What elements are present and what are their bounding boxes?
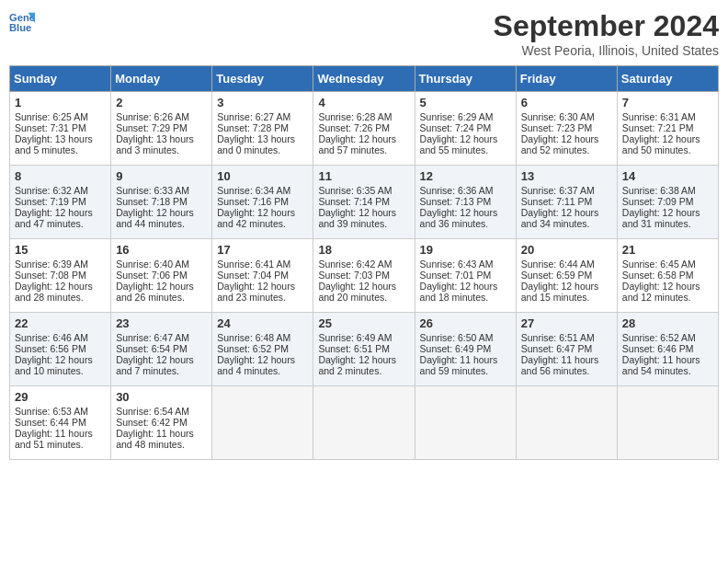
daylight: Daylight: 12 hours and 36 minutes. (420, 207, 498, 229)
sunrise: Sunrise: 6:47 AM (116, 332, 189, 343)
calendar-cell: 9Sunrise: 6:33 AMSunset: 7:18 PMDaylight… (111, 166, 212, 239)
sunset: Sunset: 6:59 PM (521, 270, 593, 281)
calendar-week-2: 8Sunrise: 6:32 AMSunset: 7:19 PMDaylight… (10, 166, 719, 239)
calendar-cell: 12Sunrise: 6:36 AMSunset: 7:13 PMDayligh… (415, 166, 516, 239)
sunset: Sunset: 7:29 PM (116, 122, 188, 133)
day-number: 21 (622, 243, 713, 257)
day-number: 14 (622, 169, 713, 183)
daylight: Daylight: 12 hours and 47 minutes. (15, 207, 93, 229)
sunset: Sunset: 6:46 PM (622, 343, 694, 354)
calendar-cell: 3Sunrise: 6:27 AMSunset: 7:28 PMDaylight… (212, 92, 313, 166)
day-number: 5 (420, 96, 511, 109)
calendar-week-1: 1Sunrise: 6:25 AMSunset: 7:31 PMDaylight… (10, 92, 719, 166)
day-number: 30 (116, 390, 207, 404)
daylight: Daylight: 11 hours and 59 minutes. (420, 354, 498, 376)
sunset: Sunset: 6:54 PM (116, 343, 188, 354)
daylight: Daylight: 12 hours and 15 minutes. (521, 281, 599, 303)
sunrise: Sunrise: 6:46 AM (15, 332, 88, 343)
calendar-cell: 10Sunrise: 6:34 AMSunset: 7:16 PMDayligh… (212, 166, 313, 239)
sunset: Sunset: 6:56 PM (15, 343, 86, 354)
day-number: 17 (217, 243, 308, 257)
sunrise: Sunrise: 6:25 AM (15, 111, 88, 122)
sunset: Sunset: 7:23 PM (521, 122, 593, 133)
sunset: Sunset: 6:47 PM (521, 343, 593, 354)
sunrise: Sunrise: 6:26 AM (116, 111, 189, 122)
day-number: 13 (521, 169, 612, 183)
daylight: Daylight: 11 hours and 51 minutes. (15, 428, 93, 450)
sunset: Sunset: 7:19 PM (15, 196, 86, 207)
daylight: Daylight: 11 hours and 56 minutes. (521, 354, 599, 376)
sunset: Sunset: 6:49 PM (420, 343, 492, 354)
sunset: Sunset: 7:09 PM (622, 196, 694, 207)
day-number: 19 (420, 243, 511, 257)
sunrise: Sunrise: 6:40 AM (116, 259, 189, 270)
calendar-cell: 16Sunrise: 6:40 AMSunset: 7:06 PMDayligh… (111, 239, 212, 313)
calendar-week-3: 15Sunrise: 6:39 AMSunset: 7:08 PMDayligh… (10, 239, 719, 313)
daylight: Daylight: 13 hours and 3 minutes. (116, 133, 194, 155)
daylight: Daylight: 12 hours and 44 minutes. (116, 207, 194, 229)
day-number: 15 (15, 243, 106, 257)
calendar-cell: 2Sunrise: 6:26 AMSunset: 7:29 PMDaylight… (111, 92, 212, 166)
calendar-cell: 24Sunrise: 6:48 AMSunset: 6:52 PMDayligh… (212, 313, 313, 386)
calendar-cell: 7Sunrise: 6:31 AMSunset: 7:21 PMDaylight… (617, 92, 718, 166)
sunrise: Sunrise: 6:32 AM (15, 185, 88, 196)
calendar-cell: 13Sunrise: 6:37 AMSunset: 7:11 PMDayligh… (516, 166, 617, 239)
sunrise: Sunrise: 6:34 AM (217, 185, 290, 196)
calendar-cell: 29Sunrise: 6:53 AMSunset: 6:44 PMDayligh… (10, 386, 111, 460)
sunset: Sunset: 7:01 PM (420, 270, 492, 281)
day-number: 16 (116, 243, 207, 257)
sunset: Sunset: 6:52 PM (217, 343, 289, 354)
calendar-cell: 26Sunrise: 6:50 AMSunset: 6:49 PMDayligh… (415, 313, 516, 386)
sunrise: Sunrise: 6:50 AM (420, 332, 494, 343)
sunrise: Sunrise: 6:52 AM (622, 332, 696, 343)
sunrise: Sunrise: 6:39 AM (15, 259, 88, 270)
daylight: Daylight: 12 hours and 20 minutes. (318, 281, 396, 303)
calendar-cell: 15Sunrise: 6:39 AMSunset: 7:08 PMDayligh… (10, 239, 111, 313)
daylight: Daylight: 12 hours and 23 minutes. (217, 281, 295, 303)
daylight: Daylight: 12 hours and 55 minutes. (420, 133, 498, 155)
calendar-cell: 6Sunrise: 6:30 AMSunset: 7:23 PMDaylight… (516, 92, 617, 166)
daylight: Daylight: 12 hours and 18 minutes. (420, 281, 498, 303)
daylight: Daylight: 12 hours and 10 minutes. (15, 354, 93, 376)
header-monday: Monday (111, 66, 212, 92)
sunrise: Sunrise: 6:43 AM (420, 259, 494, 270)
day-number: 3 (217, 96, 308, 109)
calendar-cell: 27Sunrise: 6:51 AMSunset: 6:47 PMDayligh… (516, 313, 617, 386)
day-number: 28 (622, 316, 713, 330)
day-number: 11 (318, 169, 409, 183)
sunset: Sunset: 7:28 PM (217, 122, 289, 133)
sunrise: Sunrise: 6:30 AM (521, 111, 595, 122)
day-number: 22 (15, 316, 106, 330)
day-number: 29 (15, 390, 106, 404)
day-number: 10 (217, 169, 308, 183)
header-thursday: Thursday (415, 66, 516, 92)
calendar-cell: 30Sunrise: 6:54 AMSunset: 6:42 PMDayligh… (111, 386, 212, 460)
sunset: Sunset: 7:03 PM (318, 270, 390, 281)
calendar-cell: 18Sunrise: 6:42 AMSunset: 7:03 PMDayligh… (313, 239, 415, 313)
daylight: Daylight: 11 hours and 54 minutes. (622, 354, 700, 376)
month-title: September 2024 (494, 9, 719, 43)
sunrise: Sunrise: 6:51 AM (521, 332, 595, 343)
calendar-cell: 20Sunrise: 6:44 AMSunset: 6:59 PMDayligh… (516, 239, 617, 313)
daylight: Daylight: 12 hours and 12 minutes. (622, 281, 700, 303)
daylight: Daylight: 13 hours and 0 minutes. (217, 133, 295, 155)
calendar-cell: 21Sunrise: 6:45 AMSunset: 6:58 PMDayligh… (617, 239, 718, 313)
calendar-cell: 4Sunrise: 6:28 AMSunset: 7:26 PMDaylight… (313, 92, 415, 166)
daylight: Daylight: 12 hours and 31 minutes. (622, 207, 700, 229)
sunrise: Sunrise: 6:31 AM (622, 111, 696, 122)
day-number: 6 (521, 96, 612, 109)
sunrise: Sunrise: 6:28 AM (318, 111, 392, 122)
sunrise: Sunrise: 6:33 AM (116, 185, 189, 196)
sunset: Sunset: 7:04 PM (217, 270, 289, 281)
location: West Peoria, Illinois, United States (494, 43, 719, 58)
sunrise: Sunrise: 6:45 AM (622, 259, 696, 270)
daylight: Daylight: 12 hours and 26 minutes. (116, 281, 194, 303)
day-number: 25 (318, 316, 409, 330)
sunset: Sunset: 7:24 PM (420, 122, 492, 133)
calendar-table: SundayMondayTuesdayWednesdayThursdayFrid… (9, 65, 719, 460)
sunrise: Sunrise: 6:49 AM (318, 332, 392, 343)
daylight: Daylight: 12 hours and 52 minutes. (521, 133, 599, 155)
daylight: Daylight: 12 hours and 42 minutes. (217, 207, 295, 229)
day-number: 1 (15, 96, 106, 109)
header-row: SundayMondayTuesdayWednesdayThursdayFrid… (10, 66, 719, 92)
